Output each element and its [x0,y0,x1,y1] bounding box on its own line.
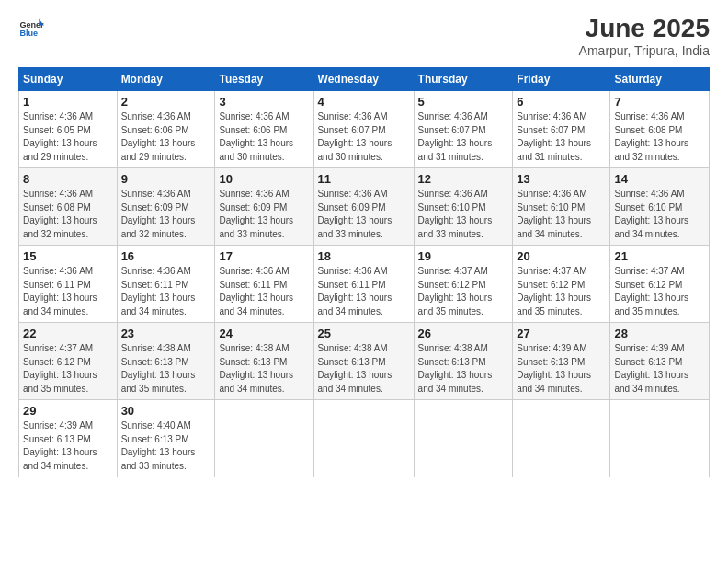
col-tuesday: Tuesday [215,68,313,91]
day-info: Sunrise: 4:36 AMSunset: 6:07 PMDaylight:… [418,111,493,162]
calendar-cell: 26Sunrise: 4:38 AMSunset: 6:13 PMDayligh… [414,323,513,400]
day-info: Sunrise: 4:36 AMSunset: 6:09 PMDaylight:… [121,189,196,239]
calendar-cell: 5Sunrise: 4:36 AMSunset: 6:07 PMDaylight… [414,91,513,168]
calendar-cell: 18Sunrise: 4:36 AMSunset: 6:11 PMDayligh… [313,246,414,323]
day-number: 7 [614,95,705,109]
day-info: Sunrise: 4:39 AMSunset: 6:13 PMDaylight:… [614,343,688,394]
calendar-cell: 16Sunrise: 4:36 AMSunset: 6:11 PMDayligh… [117,246,215,323]
day-info: Sunrise: 4:38 AMSunset: 6:13 PMDaylight:… [219,343,293,394]
day-number: 11 [318,172,410,186]
calendar-cell: 29Sunrise: 4:39 AMSunset: 6:13 PMDayligh… [19,400,118,477]
calendar-cell: 11Sunrise: 4:36 AMSunset: 6:09 PMDayligh… [313,168,414,246]
calendar-cell: 22Sunrise: 4:37 AMSunset: 6:12 PMDayligh… [19,323,118,400]
day-info: Sunrise: 4:37 AMSunset: 6:12 PMDaylight:… [517,266,591,316]
day-number: 18 [318,249,410,263]
day-info: Sunrise: 4:38 AMSunset: 6:13 PMDaylight:… [418,343,493,394]
calendar-cell [513,400,610,477]
day-number: 23 [121,327,211,340]
calendar-cell: 9Sunrise: 4:36 AMSunset: 6:09 PMDaylight… [117,168,215,246]
day-number: 26 [418,327,509,340]
calendar-cell: 23Sunrise: 4:38 AMSunset: 6:13 PMDayligh… [117,323,215,400]
calendar-cell: 30Sunrise: 4:40 AMSunset: 6:13 PMDayligh… [117,400,215,477]
day-info: Sunrise: 4:36 AMSunset: 6:08 PMDaylight:… [614,111,688,162]
calendar-cell: 20Sunrise: 4:37 AMSunset: 6:12 PMDayligh… [513,246,610,323]
day-info: Sunrise: 4:36 AMSunset: 6:09 PMDaylight:… [219,189,293,239]
calendar-cell [610,400,710,477]
day-number: 27 [517,327,606,340]
day-info: Sunrise: 4:39 AMSunset: 6:13 PMDaylight:… [23,420,97,471]
day-number: 13 [517,172,606,186]
day-info: Sunrise: 4:36 AMSunset: 6:10 PMDaylight:… [614,189,688,239]
calendar-cell: 21Sunrise: 4:37 AMSunset: 6:12 PMDayligh… [610,246,710,323]
calendar-cell: 25Sunrise: 4:38 AMSunset: 6:13 PMDayligh… [313,323,414,400]
day-number: 19 [418,249,509,263]
calendar-cell: 7Sunrise: 4:36 AMSunset: 6:08 PMDaylight… [610,91,710,168]
calendar-cell [215,400,313,477]
day-number: 9 [121,172,211,186]
calendar-cell [414,400,513,477]
day-number: 10 [219,172,309,186]
day-number: 6 [517,95,606,109]
day-info: Sunrise: 4:36 AMSunset: 6:06 PMDaylight:… [219,111,293,162]
col-sunday: Sunday [19,68,118,91]
header: General Blue June 2025 Amarpur, Tripura,… [18,14,710,58]
day-number: 1 [23,95,113,109]
day-info: Sunrise: 4:37 AMSunset: 6:12 PMDaylight:… [614,266,688,316]
day-number: 20 [517,249,606,263]
calendar-cell: 1Sunrise: 4:36 AMSunset: 6:05 PMDaylight… [19,91,118,168]
day-number: 4 [318,95,410,109]
day-number: 8 [23,172,113,186]
logo-icon: General Blue [18,14,44,40]
col-thursday: Thursday [414,68,513,91]
day-number: 16 [121,249,211,263]
calendar-cell: 28Sunrise: 4:39 AMSunset: 6:13 PMDayligh… [610,323,710,400]
day-info: Sunrise: 4:36 AMSunset: 6:11 PMDaylight:… [23,266,97,316]
day-number: 25 [318,327,410,340]
day-number: 5 [418,95,509,109]
calendar-cell: 6Sunrise: 4:36 AMSunset: 6:07 PMDaylight… [513,91,610,168]
col-monday: Monday [117,68,215,91]
calendar-cell: 13Sunrise: 4:36 AMSunset: 6:10 PMDayligh… [513,168,610,246]
col-wednesday: Wednesday [313,68,414,91]
calendar-table: Sunday Monday Tuesday Wednesday Thursday… [18,67,710,477]
day-number: 17 [219,249,309,263]
calendar-cell: 4Sunrise: 4:36 AMSunset: 6:07 PMDaylight… [313,91,414,168]
calendar-cell: 12Sunrise: 4:36 AMSunset: 6:10 PMDayligh… [414,168,513,246]
day-info: Sunrise: 4:37 AMSunset: 6:12 PMDaylight:… [23,343,97,394]
day-number: 2 [121,95,211,109]
day-info: Sunrise: 4:36 AMSunset: 6:11 PMDaylight:… [219,266,293,316]
calendar-cell: 24Sunrise: 4:38 AMSunset: 6:13 PMDayligh… [215,323,313,400]
day-info: Sunrise: 4:36 AMSunset: 6:11 PMDaylight:… [318,266,392,316]
day-number: 28 [614,327,705,340]
day-number: 3 [219,95,309,109]
calendar-body: 1Sunrise: 4:36 AMSunset: 6:05 PMDaylight… [19,91,710,477]
day-number: 14 [614,172,705,186]
col-friday: Friday [513,68,610,91]
day-info: Sunrise: 4:38 AMSunset: 6:13 PMDaylight:… [121,343,196,394]
day-info: Sunrise: 4:36 AMSunset: 6:05 PMDaylight:… [23,111,97,162]
calendar-cell: 19Sunrise: 4:37 AMSunset: 6:12 PMDayligh… [414,246,513,323]
calendar-cell [313,400,414,477]
calendar-cell: 10Sunrise: 4:36 AMSunset: 6:09 PMDayligh… [215,168,313,246]
calendar-cell: 27Sunrise: 4:39 AMSunset: 6:13 PMDayligh… [513,323,610,400]
title-block: June 2025 Amarpur, Tripura, India [579,14,710,58]
day-info: Sunrise: 4:39 AMSunset: 6:13 PMDaylight:… [517,343,591,394]
month-title: June 2025 [579,14,710,43]
day-number: 12 [418,172,509,186]
calendar-cell: 14Sunrise: 4:36 AMSunset: 6:10 PMDayligh… [610,168,710,246]
day-number: 21 [614,249,705,263]
day-info: Sunrise: 4:40 AMSunset: 6:13 PMDaylight:… [121,420,196,471]
day-info: Sunrise: 4:36 AMSunset: 6:10 PMDaylight:… [418,189,493,239]
calendar-week-3: 15Sunrise: 4:36 AMSunset: 6:11 PMDayligh… [19,246,710,323]
day-number: 29 [23,404,113,418]
day-number: 24 [219,327,309,340]
day-info: Sunrise: 4:36 AMSunset: 6:11 PMDaylight:… [121,266,196,316]
svg-text:Blue: Blue [19,29,38,38]
calendar-week-4: 22Sunrise: 4:37 AMSunset: 6:12 PMDayligh… [19,323,710,400]
calendar-cell: 17Sunrise: 4:36 AMSunset: 6:11 PMDayligh… [215,246,313,323]
logo: General Blue [18,14,48,40]
calendar-cell: 3Sunrise: 4:36 AMSunset: 6:06 PMDaylight… [215,91,313,168]
calendar-header-row: Sunday Monday Tuesday Wednesday Thursday… [19,68,710,91]
calendar-cell: 8Sunrise: 4:36 AMSunset: 6:08 PMDaylight… [19,168,118,246]
main-container: General Blue June 2025 Amarpur, Tripura,… [0,0,728,487]
